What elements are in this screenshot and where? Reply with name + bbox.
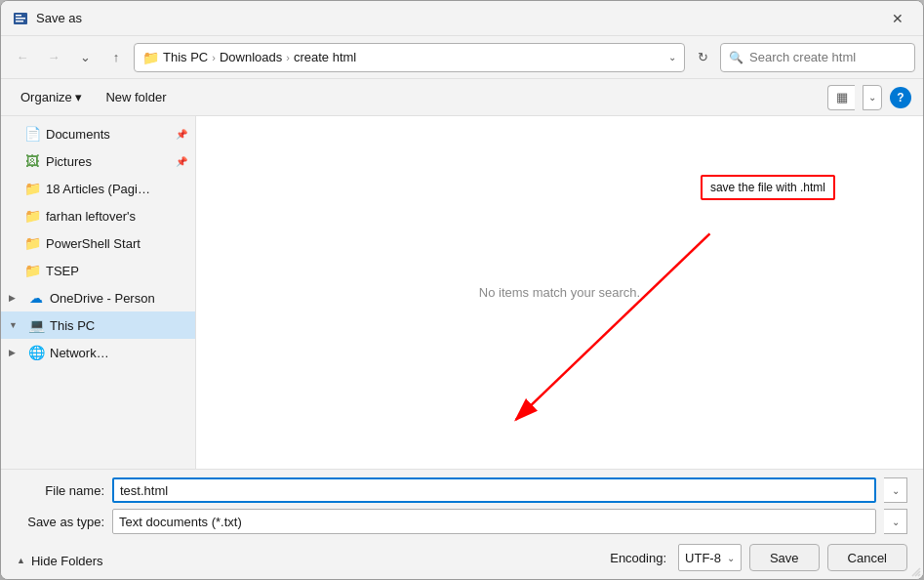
folder-icon-18articles: 📁 bbox=[24, 181, 40, 196]
sidebar-item-tsep[interactable]: 📁 TSEP bbox=[1, 257, 195, 284]
dialog-icon bbox=[13, 11, 28, 26]
save-as-dialog: Save as ✕ ← → ⌄ ↑ 📁 This PC › Downloads … bbox=[0, 0, 924, 580]
forward-button[interactable]: → bbox=[40, 44, 67, 71]
view-icon: ▦ bbox=[836, 90, 848, 104]
svg-rect-2 bbox=[16, 18, 25, 20]
hide-folders-chevron-icon: ▲ bbox=[17, 556, 25, 565]
network-icon: 🌐 bbox=[28, 345, 44, 360]
hide-folders-button[interactable]: Hide Folders bbox=[31, 554, 103, 568]
sidebar-item-network[interactable]: ▶ 🌐 Network… bbox=[1, 339, 195, 366]
annotation-text: save the file with .html bbox=[710, 181, 825, 194]
action-row: ▲ Hide Folders Encoding: UTF-8 ⌄ Save Ca… bbox=[17, 544, 907, 571]
documents-icon: 📄 bbox=[24, 126, 40, 142]
save-type-label: Save as type: bbox=[17, 515, 104, 529]
sidebar-item-farhan[interactable]: 📁 farhan leftover's bbox=[1, 202, 195, 229]
cancel-button[interactable]: Cancel bbox=[827, 544, 907, 571]
save-type-value: Text documents (*.txt) bbox=[119, 515, 242, 529]
svg-line-5 bbox=[516, 233, 710, 420]
resize-handle[interactable] bbox=[910, 566, 922, 578]
back-button[interactable]: ← bbox=[9, 44, 36, 71]
path-segment-downloads: Downloads bbox=[220, 50, 282, 64]
file-name-row: File name: ⌄ bbox=[17, 477, 907, 503]
thispc-icon: 💻 bbox=[28, 317, 44, 333]
new-folder-button[interactable]: New folder bbox=[98, 85, 174, 110]
bottom-area: File name: ⌄ Save as type: Text document… bbox=[1, 469, 923, 579]
main-panel: No items match your search. save the fil… bbox=[196, 116, 923, 469]
annotation-box: save the file with .html bbox=[701, 175, 835, 200]
organize-button[interactable]: Organize ▾ bbox=[13, 85, 90, 110]
search-input[interactable] bbox=[749, 50, 906, 64]
sidebar-item-pictures[interactable]: 🖼 Pictures 📌 bbox=[1, 147, 195, 175]
expand-icon-network: ▶ bbox=[9, 348, 22, 357]
title-bar: Save as ✕ bbox=[1, 1, 923, 36]
folder-icon-farhan: 📁 bbox=[24, 208, 40, 224]
file-name-input[interactable] bbox=[112, 477, 876, 503]
content-area: 📄 Documents 📌 🖼 Pictures 📌 📁 18 Articles… bbox=[1, 116, 923, 469]
encoding-select[interactable]: UTF-8 ⌄ bbox=[678, 544, 742, 571]
svg-rect-1 bbox=[16, 15, 21, 17]
path-segment-thispc: This PC bbox=[163, 50, 208, 64]
svg-rect-3 bbox=[16, 21, 23, 22]
sidebar: 📄 Documents 📌 🖼 Pictures 📌 📁 18 Articles… bbox=[1, 116, 196, 469]
sidebar-item-onedrive[interactable]: ▶ ☁ OneDrive - Person bbox=[1, 284, 195, 311]
path-segment-createhtml: create html bbox=[294, 50, 356, 64]
hide-folders-area: ▲ Hide Folders bbox=[17, 548, 103, 568]
help-button[interactable]: ? bbox=[890, 87, 911, 108]
address-path: This PC › Downloads › create html bbox=[163, 50, 664, 64]
folder-icon-powershell: 📁 bbox=[24, 235, 40, 251]
expand-icon-thispc: ▼ bbox=[9, 320, 22, 330]
save-type-select[interactable]: Text documents (*.txt) bbox=[112, 509, 876, 534]
encoding-label: Encoding: bbox=[610, 551, 666, 565]
search-icon: 🔍 bbox=[729, 51, 743, 64]
up-button[interactable]: ↑ bbox=[102, 44, 130, 71]
address-bar-row: ← → ⌄ ↑ 📁 This PC › Downloads › create h… bbox=[1, 36, 923, 79]
address-bar[interactable]: 📁 This PC › Downloads › create html ⌄ bbox=[134, 43, 685, 72]
search-box[interactable]: 🔍 bbox=[720, 43, 915, 72]
file-name-dropdown-button[interactable]: ⌄ bbox=[884, 477, 907, 503]
view-button[interactable]: ▦ bbox=[827, 85, 855, 110]
save-type-chevron-button[interactable]: ⌄ bbox=[884, 509, 907, 534]
dialog-title: Save as bbox=[36, 11, 884, 25]
dropdown-button[interactable]: ⌄ bbox=[71, 44, 99, 71]
sidebar-item-documents[interactable]: 📄 Documents 📌 bbox=[1, 120, 195, 147]
encoding-chevron-icon: ⌄ bbox=[727, 553, 735, 563]
sidebar-item-powershell[interactable]: 📁 PowerShell Start bbox=[1, 229, 195, 257]
close-button[interactable]: ✕ bbox=[884, 5, 911, 32]
folder-icon: 📁 bbox=[142, 50, 159, 65]
toolbar-row: Organize ▾ New folder ▦ ⌄ ? bbox=[1, 79, 923, 116]
onedrive-icon: ☁ bbox=[28, 290, 44, 306]
address-chevron-icon[interactable]: ⌄ bbox=[668, 52, 676, 62]
file-name-label: File name: bbox=[17, 483, 104, 498]
save-type-row: Save as type: Text documents (*.txt) ⌄ bbox=[17, 509, 907, 534]
sidebar-item-thispc[interactable]: ▼ 💻 This PC bbox=[1, 311, 195, 339]
encoding-value: UTF-8 bbox=[685, 551, 721, 565]
no-items-message: No items match your search. bbox=[479, 285, 640, 300]
save-button[interactable]: Save bbox=[749, 544, 820, 571]
refresh-button[interactable]: ↻ bbox=[689, 44, 716, 71]
view-chevron-button[interactable]: ⌄ bbox=[863, 85, 882, 110]
sidebar-item-18articles[interactable]: 📁 18 Articles (Pagi… bbox=[1, 175, 195, 202]
expand-icon-onedrive: ▶ bbox=[9, 293, 22, 303]
folder-icon-tsep: 📁 bbox=[24, 263, 40, 278]
pictures-icon: 🖼 bbox=[24, 153, 40, 169]
